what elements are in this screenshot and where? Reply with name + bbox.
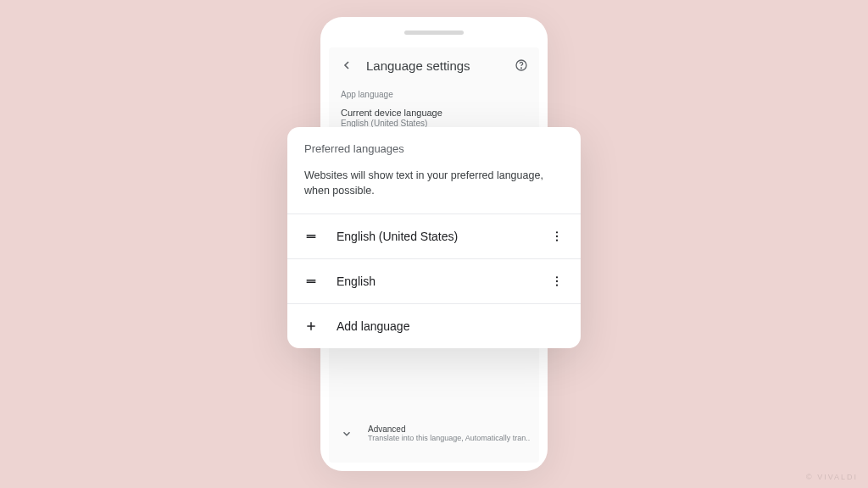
card-description: Websites will show text in your preferre… <box>287 164 581 214</box>
svg-point-5 <box>556 236 558 237</box>
advanced-title: Advanced <box>368 424 530 434</box>
section-label-app-language: App language <box>329 80 539 104</box>
svg-point-9 <box>556 276 558 278</box>
svg-point-1 <box>521 68 522 69</box>
current-device-title: Current device language <box>341 108 527 118</box>
language-row[interactable]: English <box>287 258 581 303</box>
preferred-languages-card: Preferred languages Websites will show t… <box>287 127 581 348</box>
language-label: English (United States) <box>337 230 531 243</box>
page-title: Language settings <box>366 58 502 73</box>
chevron-down-icon <box>341 428 353 440</box>
svg-point-10 <box>556 280 558 282</box>
watermark: © VIVALDI <box>806 473 858 481</box>
more-vert-icon[interactable] <box>550 274 564 288</box>
drag-handle-icon[interactable] <box>304 230 318 243</box>
add-language-label: Add language <box>337 319 564 333</box>
advanced-row[interactable]: Advanced Translate into this language, A… <box>329 416 539 451</box>
card-title: Preferred languages <box>304 142 564 155</box>
phone-speaker <box>404 30 464 35</box>
card-header: Preferred languages <box>287 127 581 164</box>
svg-point-6 <box>556 240 558 241</box>
advanced-description: Translate into this language, Automatica… <box>368 434 530 442</box>
language-label: English <box>337 274 531 288</box>
more-vert-icon[interactable] <box>550 230 564 243</box>
add-language-row[interactable]: Add language <box>287 303 581 348</box>
drag-handle-icon[interactable] <box>304 274 318 288</box>
svg-point-11 <box>556 285 558 286</box>
help-icon[interactable] <box>514 58 529 73</box>
back-icon[interactable] <box>339 58 354 73</box>
settings-header: Language settings <box>329 47 539 80</box>
plus-icon <box>304 319 318 333</box>
language-row[interactable]: English (United States) <box>287 214 581 258</box>
svg-point-4 <box>556 231 558 233</box>
